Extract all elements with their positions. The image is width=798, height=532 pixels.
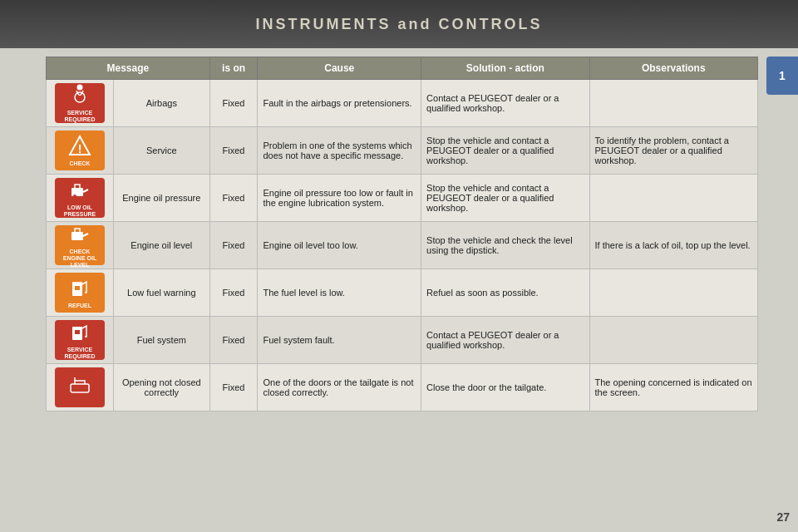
message-cell: Engine oil level (113, 222, 209, 269)
icon-symbol (68, 276, 91, 302)
solution-cell: Close the door or the tailgate. (421, 364, 589, 411)
message-cell: Engine oil pressure (113, 175, 209, 222)
ison-cell: Fixed (209, 317, 258, 364)
icon-cell (47, 364, 114, 411)
message-cell: Low fuel warning (113, 269, 209, 317)
observations-cell (589, 175, 757, 222)
icon-symbol (68, 178, 91, 204)
table-row: CHECKENGINE OIL LEVEL Engine oil level F… (47, 222, 758, 269)
observations-cell (589, 269, 757, 317)
icon-symbol (68, 83, 91, 109)
icon-symbol: ! (68, 134, 91, 160)
table-row: SERVICEREQUIRED Fuel system Fixed Fuel s… (47, 317, 758, 364)
svg-point-0 (76, 85, 82, 91)
svg-point-1 (75, 92, 85, 102)
svg-rect-11 (75, 330, 80, 334)
icon-cell: ! CHECK (47, 127, 114, 175)
svg-rect-12 (71, 384, 89, 392)
warning-icon: REFUEL (55, 273, 105, 313)
solution-cell: Stop the vehicle and contact a PEUGEOT d… (421, 127, 589, 175)
instruments-table: Message is on Cause Solution - action Ob… (46, 57, 758, 411)
solution-cell: Stop the vehicle and contact a PEUGEOT d… (421, 175, 589, 222)
table-row: REFUEL Low fuel warning Fixed The fuel l… (47, 269, 758, 317)
message-cell: Fuel system (113, 317, 209, 364)
observations-cell (589, 317, 757, 364)
table-row: ! CHECK Service Fixed Problem in one of … (47, 127, 758, 175)
col-header-ison: is on (209, 57, 258, 80)
icon-symbol (68, 222, 91, 248)
page-number: 27 (776, 510, 790, 524)
message-cell: Opening not closed correctly (113, 364, 209, 411)
ison-cell: Fixed (209, 127, 258, 175)
icon-cell: REFUEL (47, 269, 114, 317)
icon-label-text: SERVICEREQUIRED (65, 110, 96, 122)
observations-cell: To identify the problem, contact a PEUGE… (589, 127, 757, 175)
cause-cell: One of the doors or the tailgate is not … (258, 364, 421, 411)
ison-cell: Fixed (209, 175, 258, 222)
warning-icon: LOW OIL PRESSURE (55, 178, 105, 218)
cause-cell: Fuel system fault. (258, 317, 421, 364)
col-header-cause: Cause (258, 57, 421, 80)
col-header-observations: Observations (589, 57, 757, 80)
table-row: SERVICEREQUIRED Airbags Fixed Fault in t… (47, 80, 758, 127)
main-content: Message is on Cause Solution - action Ob… (46, 57, 758, 507)
cause-cell: The fuel level is low. (258, 269, 421, 317)
icon-symbol (68, 320, 91, 346)
icon-cell: LOW OIL PRESSURE (47, 175, 114, 222)
solution-cell: Contact a PEUGEOT dealer or a qualified … (421, 80, 589, 127)
icon-label-text: SERVICEREQUIRED (65, 347, 96, 359)
warning-icon: SERVICEREQUIRED (55, 83, 105, 123)
col-header-solution: Solution - action (421, 57, 589, 80)
message-cell: Service (113, 127, 209, 175)
icon-label-text: CHECK (70, 160, 91, 167)
warning-icon: ! CHECK (55, 131, 105, 170)
ison-cell: Fixed (209, 80, 258, 127)
cause-cell: Engine oil pressure too low or fault in … (258, 175, 421, 222)
observations-cell (589, 80, 757, 127)
svg-point-5 (73, 195, 76, 198)
solution-cell: Contact a PEUGEOT dealer or a qualified … (421, 317, 589, 364)
cause-cell: Fault in the airbags or pretensioners. (258, 80, 421, 127)
message-cell: Airbags (113, 80, 209, 127)
solution-cell: Stop the vehicle and check the level usi… (421, 222, 589, 269)
top-bar: INSTRUMENTS and CONTROLS (0, 0, 798, 48)
cause-cell: Problem in one of the systems which does… (258, 127, 421, 175)
svg-rect-8 (75, 286, 80, 290)
table-row: LOW OIL PRESSURE Engine oil pressure Fix… (47, 175, 758, 222)
side-tab: 1 (766, 57, 798, 95)
table-row: Opening not closed correctly Fixed One o… (47, 364, 758, 411)
ison-cell: Fixed (209, 269, 258, 317)
svg-rect-6 (71, 232, 83, 240)
icon-label-text: LOW OIL PRESSURE (55, 204, 105, 217)
icon-cell: SERVICEREQUIRED (47, 317, 114, 364)
icon-symbol (68, 374, 91, 400)
svg-text:!: ! (78, 142, 82, 155)
observations-cell: If there is a lack of oil, top up the le… (589, 222, 757, 269)
icon-label-text: CHECKENGINE OIL LEVEL (55, 249, 105, 268)
col-header-message: Message (47, 57, 210, 80)
ison-cell: Fixed (209, 222, 258, 269)
warning-icon: SERVICEREQUIRED (55, 320, 105, 360)
svg-rect-4 (71, 188, 83, 196)
cause-cell: Engine oil level too low. (258, 222, 421, 269)
icon-cell: SERVICEREQUIRED (47, 80, 114, 127)
icon-cell: CHECKENGINE OIL LEVEL (47, 222, 114, 269)
page-title: INSTRUMENTS and CONTROLS (256, 16, 543, 33)
icon-label-text: REFUEL (68, 303, 91, 309)
ison-cell: Fixed (209, 364, 258, 411)
warning-icon: CHECKENGINE OIL LEVEL (55, 225, 105, 265)
observations-cell: The opening concerned is indicated on th… (589, 364, 757, 411)
solution-cell: Refuel as soon as possible. (421, 269, 589, 317)
warning-icon (55, 367, 105, 407)
